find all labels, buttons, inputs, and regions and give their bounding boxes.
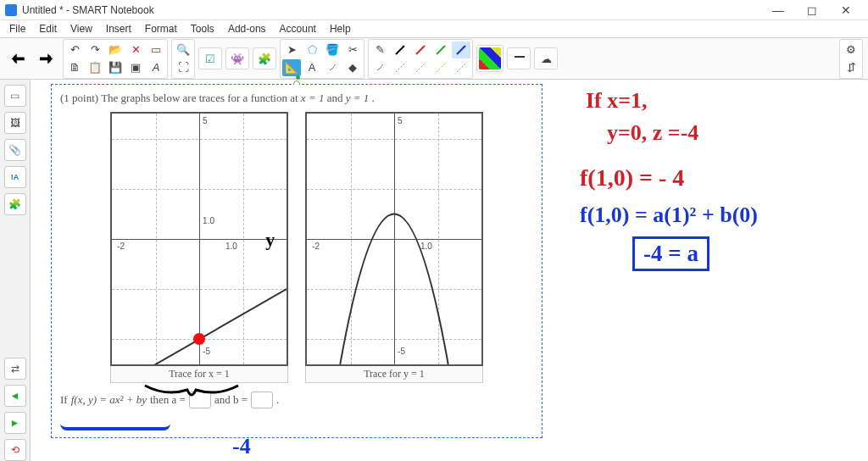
paste-button[interactable]: 📋 xyxy=(86,59,104,76)
menu-edit[interactable]: Edit xyxy=(33,22,63,36)
new-page-button[interactable]: 🗎 xyxy=(65,59,84,76)
menu-addons[interactable]: Add-ons xyxy=(222,22,272,36)
answer-prefix: If xyxy=(60,393,68,407)
titlebar: Untitled * - SMART Notebook ― ◻ ✕ xyxy=(0,0,868,20)
screen-capture-button[interactable]: ▣ xyxy=(126,59,145,76)
close-button[interactable]: ✕ xyxy=(829,1,863,19)
menu-tools[interactable]: Tools xyxy=(185,22,220,36)
rail-gallery-button[interactable]: 🖼 xyxy=(4,112,26,134)
menu-format[interactable]: Format xyxy=(139,22,183,36)
svg-line-5 xyxy=(416,64,425,72)
problem-prefix: (1 point) The graphs below are traces fo… xyxy=(60,92,301,104)
rail-prev-button[interactable]: ◄ xyxy=(4,385,26,407)
delete-button[interactable]: ✕ xyxy=(126,42,145,58)
settings-group: ⚙ ⇵ xyxy=(839,39,863,79)
workspace: ▭ 🖼 📎 !A 🧩 ⇄ ◄ ► ⟲ (1 point) The graphs … xyxy=(0,80,868,461)
trace-x-line xyxy=(112,114,287,364)
fullscreen-button[interactable]: ⛶ xyxy=(174,59,192,76)
graph-trace-y-plot: 5 1.0 -2 -5 xyxy=(305,112,483,366)
next-page-button[interactable]: 🠚 xyxy=(34,46,59,71)
text-button[interactable]: A xyxy=(303,59,321,76)
puzzle-tool-group: 🧩 xyxy=(253,47,276,69)
color-grid-group xyxy=(476,45,504,72)
puzzle-button[interactable]: 🧩 xyxy=(255,50,274,67)
rail-properties-button[interactable]: !A xyxy=(4,166,26,188)
shape-button[interactable]: ⬠ xyxy=(303,42,321,58)
measure-button[interactable]: 📐 xyxy=(282,59,301,76)
pen-blue[interactable] xyxy=(452,42,470,58)
text-tool-button[interactable]: A xyxy=(147,59,165,76)
hw-line5: -4 = a xyxy=(632,236,709,271)
rail-refresh-button[interactable]: ⟲ xyxy=(4,439,26,461)
maximize-button[interactable]: ◻ xyxy=(795,1,829,19)
pen-orange[interactable] xyxy=(411,59,430,76)
pen-button[interactable]: ✎ xyxy=(370,42,389,58)
hw-answer-neg4: -4 xyxy=(232,434,251,459)
svg-line-7 xyxy=(457,64,465,72)
line-button[interactable]: ⟋ xyxy=(323,59,342,76)
zoom-button[interactable]: 🔍 xyxy=(174,42,192,58)
menu-file[interactable]: File xyxy=(3,22,31,36)
menu-account[interactable]: Account xyxy=(274,22,322,36)
hw-underline xyxy=(60,424,170,430)
svg-line-4 xyxy=(396,64,404,72)
open-button[interactable]: 📂 xyxy=(106,42,125,58)
fill-button[interactable]: 🪣 xyxy=(323,42,342,58)
graph-trace-x: 5 1.0 1.0 -2 -5 z y Trace for xyxy=(110,112,288,383)
crop-button[interactable]: ✂ xyxy=(343,42,362,58)
pen-magenta[interactable] xyxy=(391,59,409,76)
menubar: File Edit View Insert Format Tools Add-o… xyxy=(0,20,868,37)
rail-lr-button[interactable]: ⇄ xyxy=(4,358,26,380)
pen-red[interactable] xyxy=(411,42,430,58)
hw-line1: If x=1, xyxy=(586,88,648,114)
problem-yeq: y = 1 xyxy=(346,92,370,104)
pointer-button[interactable]: ➤ xyxy=(282,42,301,58)
line-style-group xyxy=(507,47,531,69)
rail-addons-button[interactable]: 🧩 xyxy=(4,193,26,215)
monster-button[interactable]: 👾 xyxy=(228,50,247,67)
check-tool-group: ☑ xyxy=(198,47,222,69)
save-button[interactable]: 💾 xyxy=(106,59,125,76)
window-title: Untitled * - SMART Notebook xyxy=(22,4,761,16)
answer-row: If f(x, y) = ax² + by then a = and b = . xyxy=(60,392,533,408)
pen-style-button[interactable]: ⟋ xyxy=(370,59,389,76)
input-b[interactable] xyxy=(251,392,273,408)
line-solid-button[interactable] xyxy=(509,50,528,67)
trace-y-parabola xyxy=(307,114,481,364)
hw-line2: y=0, z =-4 xyxy=(607,120,698,146)
graph-trace-x-plot: 5 1.0 1.0 -2 -5 z y xyxy=(110,112,288,366)
shape-recognize-button[interactable]: ☁ xyxy=(537,50,555,67)
pen-green[interactable] xyxy=(431,42,450,58)
content-object[interactable]: (1 point) The graphs below are traces fo… xyxy=(51,84,542,438)
undo-button[interactable]: ↶ xyxy=(65,42,84,58)
color-grid-button[interactable] xyxy=(479,47,501,69)
graph-trace-y: 5 1.0 -2 -5 Trace for y = 1 xyxy=(305,112,483,383)
settings-button[interactable]: ⚙ xyxy=(842,42,860,58)
problem-statement: (1 point) The graphs below are traces fo… xyxy=(60,92,533,105)
pen-black[interactable] xyxy=(391,42,409,58)
hw-line4: f(1,0) = a(1)² + b(0) xyxy=(580,203,758,228)
clear-button[interactable]: ▭ xyxy=(147,42,165,58)
menu-insert[interactable]: Insert xyxy=(100,22,137,36)
minimize-button[interactable]: ― xyxy=(761,1,795,19)
check-button[interactable]: ☑ xyxy=(201,50,220,67)
eraser-button[interactable]: ◆ xyxy=(343,59,362,76)
svg-line-3 xyxy=(457,46,465,54)
menu-help[interactable]: Help xyxy=(324,22,357,36)
pen-lime[interactable] xyxy=(431,59,450,76)
collapse-button[interactable]: ⇵ xyxy=(842,59,860,76)
hw-line3: f(1,0) = - 4 xyxy=(580,164,684,192)
problem-xeq: x = 1 xyxy=(301,92,325,104)
rail-attach-button[interactable]: 📎 xyxy=(4,139,26,161)
svg-line-2 xyxy=(437,46,445,54)
menu-view[interactable]: View xyxy=(64,22,98,36)
canvas-area[interactable]: (1 point) The graphs below are traces fo… xyxy=(31,80,868,461)
pen-tools-group: ✎ ⟋ xyxy=(368,39,473,79)
redo-button[interactable]: ↷ xyxy=(86,42,104,58)
rail-pages-button[interactable]: ▭ xyxy=(4,85,26,107)
rail-next-button[interactable]: ► xyxy=(4,412,26,434)
prev-page-button[interactable]: 🠘 xyxy=(5,46,31,71)
pen-cyan[interactable] xyxy=(452,59,470,76)
addon-tool-group: 👾 xyxy=(225,47,249,69)
view-tools-group: 🔍 ⛶ xyxy=(171,39,195,79)
